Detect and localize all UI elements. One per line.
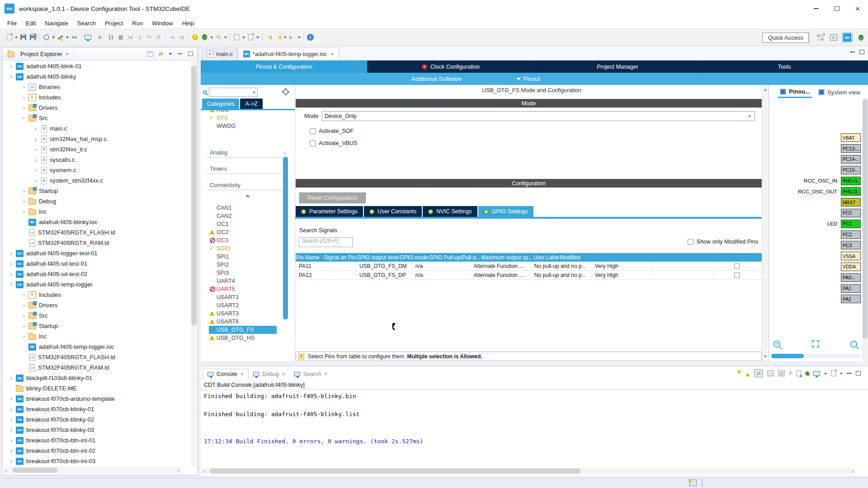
- peripheral-item[interactable]: CAN1 ›: [209, 204, 277, 212]
- modified-checkbox[interactable]: [734, 263, 740, 269]
- tree-item[interactable]: Src: [2, 310, 190, 321]
- last-edit-icon[interactable]: [265, 33, 273, 42]
- tree-item[interactable]: breakout-f070cb-blinky-03: [2, 425, 190, 435]
- project-explorer-horizontal-scrollbar[interactable]: ‹›: [3, 467, 181, 474]
- expand-arrow-icon[interactable]: [20, 198, 28, 205]
- status-tray-icon[interactable]: [689, 479, 697, 486]
- peripheral-item[interactable]: CAN2 ›: [209, 212, 277, 220]
- suspend-icon[interactable]: [107, 33, 115, 42]
- gear-icon[interactable]: [283, 89, 288, 94]
- close-console-icon[interactable]: ×: [324, 371, 327, 377]
- peripheral-item[interactable]: USB_OTG_FS ›: [209, 326, 277, 334]
- pin[interactable]: PA1: [841, 284, 861, 293]
- open-console-dropdown-icon[interactable]: [840, 373, 843, 376]
- mode-select[interactable]: Device_Only: [322, 111, 755, 121]
- pinout-horizontal-scrollbar[interactable]: [771, 354, 861, 358]
- pinout-view-tab[interactable]: System view: [816, 86, 862, 98]
- step-into-icon[interactable]: ↴: [136, 33, 143, 42]
- column-header[interactable]: Pin Name: [296, 253, 324, 262]
- peripheral-item[interactable]: I2C2 ›: [209, 228, 277, 236]
- display-selected-console-icon[interactable]: [813, 371, 820, 376]
- clear-console-icon[interactable]: [796, 371, 801, 376]
- maximize-view-icon[interactable]: [188, 52, 193, 56]
- console-tab[interactable]: Debug ×: [249, 369, 290, 380]
- modified-checkbox[interactable]: [734, 272, 740, 278]
- disconnect-icon[interactable]: ⋊: [126, 33, 134, 42]
- console-horizontal-scrollbar[interactable]: ‹›: [202, 468, 855, 474]
- peripheral-item[interactable]: SDIO ›: [209, 244, 277, 253]
- zoom-in-icon[interactable]: +: [774, 341, 780, 347]
- view-menu-icon[interactable]: [169, 53, 172, 57]
- expand-arrow-icon[interactable]: [8, 271, 15, 277]
- tree-item[interactable]: STM32F405RGTX_RAM.ld: [2, 238, 190, 248]
- save-all-icon[interactable]: [29, 33, 37, 42]
- column-header[interactable]: GPIO mode: [400, 253, 429, 262]
- menu-item[interactable]: Run: [127, 19, 147, 28]
- activate-vbus-checkbox[interactable]: [310, 141, 316, 146]
- tree-item[interactable]: sysmem.c: [2, 165, 190, 175]
- column-header[interactable]: GPIO output level: [356, 253, 400, 262]
- peripheral-item[interactable]: UART4 ›: [209, 277, 277, 285]
- settings-tab[interactable]: ✓ GPIO Settings: [478, 206, 533, 217]
- step-return-icon[interactable]: ↺: [155, 33, 162, 42]
- launch-power-icon[interactable]: [191, 33, 199, 42]
- peripheral-item[interactable]: USART2 ›: [209, 301, 277, 310]
- tree-item[interactable]: breakout-f070cb-btn-int-03: [2, 456, 190, 466]
- tree-item[interactable]: breakout-f070cb-arduino-template: [2, 394, 190, 404]
- tree-item[interactable]: breakout-f070cb-blinky-02: [2, 414, 190, 425]
- peripheral-item[interactable]: Analog ›: [207, 148, 288, 158]
- additional-software-dropdown[interactable]: Additional Software: [411, 75, 462, 82]
- project-explorer-vertical-scrollbar[interactable]: [191, 61, 197, 466]
- line-wrap-icon[interactable]: =: [789, 370, 792, 376]
- settings-tab[interactable]: ✓ User Constants: [364, 206, 422, 217]
- expand-arrow-icon[interactable]: [8, 447, 15, 454]
- tree-item[interactable]: syscalls.c: [2, 155, 190, 165]
- pin[interactable]: VSSA: [841, 252, 861, 260]
- menu-item[interactable]: Project: [100, 19, 127, 28]
- cubemx-perspective-icon[interactable]: MX: [842, 33, 853, 42]
- tree-item[interactable]: Includes: [2, 92, 190, 103]
- open-perspective-icon[interactable]: [815, 33, 826, 42]
- skip-breakpoints-icon[interactable]: ⇥: [168, 33, 176, 42]
- peripheral-item[interactable]: WWDG ›: [209, 122, 277, 130]
- pin[interactable]: PC1: [841, 220, 861, 228]
- search-history-dropdown-icon[interactable]: [253, 92, 255, 95]
- maximize-editor-icon[interactable]: [859, 50, 864, 54]
- tree-item[interactable]: Inc: [2, 206, 190, 217]
- tree-item[interactable]: adafruit-f405-blink-01: [2, 61, 190, 71]
- profile-dropdown-icon[interactable]: [256, 37, 259, 40]
- peripheral-item[interactable]: SPI1 ›: [209, 253, 277, 261]
- peripheral-list-tab[interactable]: A->Z: [240, 99, 262, 109]
- expand-arrow-icon[interactable]: [20, 323, 28, 329]
- resume-icon[interactable]: [98, 33, 105, 42]
- pinout-dropdown[interactable]: Pinout: [516, 75, 540, 83]
- column-header[interactable]: Signal on Pin: [324, 253, 356, 262]
- peripheral-item[interactable]: SYS ›: [209, 114, 277, 122]
- back-dropdown-icon[interactable]: [284, 37, 287, 40]
- expand-arrow-icon[interactable]: [8, 416, 15, 423]
- tree-item[interactable]: adafruit-f405-sd-test-01: [2, 258, 190, 269]
- editor-tab[interactable]: *adafruit-f405-temp-logger.ioc ×: [238, 47, 339, 60]
- reset-configuration-button[interactable]: Reset Configuration: [299, 192, 366, 203]
- expand-arrow-icon[interactable]: [20, 188, 28, 194]
- expand-arrow-icon[interactable]: [32, 136, 39, 142]
- build-dropdown-icon[interactable]: [66, 37, 69, 40]
- expand-arrow-icon[interactable]: [8, 406, 15, 413]
- pin[interactable]: PC3: [841, 241, 861, 249]
- minimize-view-icon[interactable]: [178, 53, 183, 54]
- expand-arrow-icon[interactable]: [20, 94, 28, 101]
- tree-item[interactable]: blinky-DELETE-ME: [2, 383, 190, 394]
- zoom-out-icon[interactable]: −: [850, 341, 857, 347]
- peripheral-item[interactable]: Timers ›: [207, 164, 288, 174]
- tree-item[interactable]: adafruit-f405-temp-logger.ioc: [2, 342, 190, 352]
- peripheral-search-input[interactable]: [209, 88, 258, 97]
- expand-arrow-icon[interactable]: [8, 250, 15, 257]
- new-dropdown-icon[interactable]: [15, 37, 18, 40]
- show-modified-checkbox[interactable]: [688, 239, 693, 245]
- minimize-window-button[interactable]: [806, 0, 826, 17]
- tree-item[interactable]: adafruit-f405-blinky: [2, 71, 190, 82]
- maximize-window-button[interactable]: [826, 0, 847, 17]
- expand-arrow-icon[interactable]: [32, 167, 39, 174]
- console-monitor-icon[interactable]: [84, 33, 92, 42]
- tree-item[interactable]: adafruit-f405-sd-test-02: [2, 269, 190, 279]
